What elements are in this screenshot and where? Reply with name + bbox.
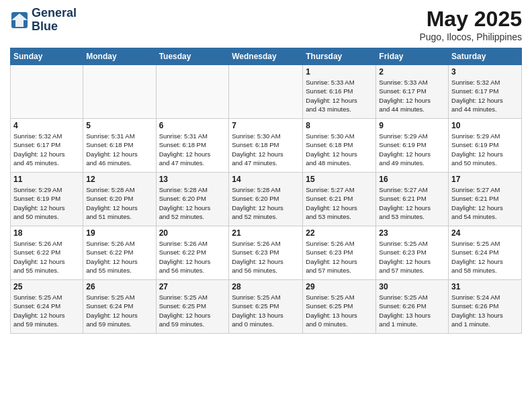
weekday-header: Wednesday: [229, 48, 303, 65]
header: General Blue May 2025 Pugo, Ilocos, Phil…: [10, 7, 522, 42]
day-number: 14: [232, 175, 300, 184]
calendar-week-row: 4Sunrise: 5:32 AMSunset: 6:17 PMDaylight…: [11, 119, 522, 173]
calendar-cell: 31Sunrise: 5:24 AMSunset: 6:26 PMDayligh…: [449, 280, 522, 334]
calendar-cell: 20Sunrise: 5:26 AMSunset: 6:22 PMDayligh…: [156, 226, 229, 280]
day-info: Sunrise: 5:25 AMSunset: 6:25 PMDaylight:…: [159, 293, 226, 328]
weekday-header: Thursday: [303, 48, 376, 65]
calendar-cell: 8Sunrise: 5:30 AMSunset: 6:18 PMDaylight…: [303, 119, 376, 173]
calendar-cell: 25Sunrise: 5:25 AMSunset: 6:24 PMDayligh…: [11, 280, 83, 334]
day-info: Sunrise: 5:25 AMSunset: 6:23 PMDaylight:…: [379, 239, 445, 275]
day-number: 13: [159, 175, 226, 184]
day-info: Sunrise: 5:33 AMSunset: 6:16 PMDaylight:…: [306, 78, 373, 113]
day-number: 21: [232, 228, 300, 238]
day-number: 29: [306, 282, 373, 291]
calendar-cell: 11Sunrise: 5:29 AMSunset: 6:19 PMDayligh…: [11, 173, 83, 226]
day-info: Sunrise: 5:28 AMSunset: 6:20 PMDaylight:…: [159, 185, 226, 221]
calendar-cell: 22Sunrise: 5:26 AMSunset: 6:23 PMDayligh…: [303, 226, 376, 280]
day-info: Sunrise: 5:26 AMSunset: 6:23 PMDaylight:…: [232, 239, 300, 275]
calendar-week-row: 25Sunrise: 5:25 AMSunset: 6:24 PMDayligh…: [11, 280, 522, 334]
calendar-cell: [156, 65, 229, 119]
day-info: Sunrise: 5:25 AMSunset: 6:24 PMDaylight:…: [451, 239, 519, 275]
calendar-header-row: SundayMondayTuesdayWednesdayThursdayFrid…: [11, 48, 522, 65]
day-info: Sunrise: 5:27 AMSunset: 6:21 PMDaylight:…: [306, 185, 373, 221]
calendar-cell: 21Sunrise: 5:26 AMSunset: 6:23 PMDayligh…: [229, 226, 303, 280]
day-info: Sunrise: 5:28 AMSunset: 6:20 PMDaylight:…: [86, 185, 152, 221]
day-number: 8: [306, 121, 373, 130]
location: Pugo, Ilocos, Philippines: [419, 32, 522, 42]
day-info: Sunrise: 5:26 AMSunset: 6:22 PMDaylight:…: [159, 239, 226, 275]
calendar-week-row: 18Sunrise: 5:26 AMSunset: 6:22 PMDayligh…: [11, 226, 522, 280]
calendar-cell: 27Sunrise: 5:25 AMSunset: 6:25 PMDayligh…: [156, 280, 229, 334]
weekday-header: Sunday: [11, 48, 83, 65]
day-info: Sunrise: 5:32 AMSunset: 6:17 PMDaylight:…: [13, 132, 80, 167]
day-number: 5: [86, 121, 152, 130]
weekday-header: Friday: [376, 48, 449, 65]
calendar-cell: 7Sunrise: 5:30 AMSunset: 6:18 PMDaylight…: [229, 119, 303, 173]
day-number: 30: [379, 282, 445, 291]
day-info: Sunrise: 5:27 AMSunset: 6:21 PMDaylight:…: [451, 185, 519, 221]
calendar: SundayMondayTuesdayWednesdayThursdayFrid…: [10, 48, 522, 334]
day-info: Sunrise: 5:24 AMSunset: 6:26 PMDaylight:…: [451, 293, 519, 328]
day-info: Sunrise: 5:25 AMSunset: 6:25 PMDaylight:…: [232, 293, 300, 328]
calendar-week-row: 11Sunrise: 5:29 AMSunset: 6:19 PMDayligh…: [11, 173, 522, 226]
weekday-header: Monday: [83, 48, 156, 65]
day-number: 3: [451, 67, 519, 77]
day-info: Sunrise: 5:29 AMSunset: 6:19 PMDaylight:…: [379, 132, 445, 167]
calendar-cell: 9Sunrise: 5:29 AMSunset: 6:19 PMDaylight…: [376, 119, 449, 173]
day-info: Sunrise: 5:25 AMSunset: 6:24 PMDaylight:…: [13, 293, 80, 328]
calendar-cell: 2Sunrise: 5:33 AMSunset: 6:17 PMDaylight…: [376, 65, 449, 119]
calendar-cell: 26Sunrise: 5:25 AMSunset: 6:24 PMDayligh…: [83, 280, 156, 334]
day-number: 6: [159, 121, 226, 130]
day-number: 1: [306, 67, 373, 77]
day-info: Sunrise: 5:31 AMSunset: 6:18 PMDaylight:…: [159, 132, 226, 167]
day-number: 4: [13, 121, 80, 130]
day-number: 23: [379, 228, 445, 238]
logo-line1: General: [32, 7, 77, 20]
day-info: Sunrise: 5:30 AMSunset: 6:18 PMDaylight:…: [306, 132, 373, 167]
calendar-cell: [229, 65, 303, 119]
calendar-cell: 29Sunrise: 5:25 AMSunset: 6:25 PMDayligh…: [303, 280, 376, 334]
calendar-cell: 10Sunrise: 5:29 AMSunset: 6:19 PMDayligh…: [449, 119, 522, 173]
calendar-cell: 17Sunrise: 5:27 AMSunset: 6:21 PMDayligh…: [449, 173, 522, 226]
calendar-cell: 24Sunrise: 5:25 AMSunset: 6:24 PMDayligh…: [449, 226, 522, 280]
day-number: 19: [86, 228, 152, 238]
day-info: Sunrise: 5:25 AMSunset: 6:26 PMDaylight:…: [379, 293, 445, 328]
day-number: 7: [232, 121, 300, 130]
month-title: May 2025: [419, 7, 522, 32]
day-info: Sunrise: 5:33 AMSunset: 6:17 PMDaylight:…: [379, 78, 445, 113]
calendar-cell: 19Sunrise: 5:26 AMSunset: 6:22 PMDayligh…: [83, 226, 156, 280]
day-info: Sunrise: 5:32 AMSunset: 6:17 PMDaylight:…: [451, 78, 519, 113]
day-number: 24: [451, 228, 519, 238]
calendar-cell: 18Sunrise: 5:26 AMSunset: 6:22 PMDayligh…: [11, 226, 83, 280]
day-number: 18: [13, 228, 80, 238]
day-info: Sunrise: 5:26 AMSunset: 6:22 PMDaylight:…: [86, 239, 152, 275]
calendar-cell: 12Sunrise: 5:28 AMSunset: 6:20 PMDayligh…: [83, 173, 156, 226]
day-number: 28: [232, 282, 300, 291]
day-number: 25: [13, 282, 80, 291]
day-info: Sunrise: 5:29 AMSunset: 6:19 PMDaylight:…: [13, 185, 80, 221]
day-number: 20: [159, 228, 226, 238]
logo-line2: Blue: [32, 20, 77, 34]
calendar-cell: 13Sunrise: 5:28 AMSunset: 6:20 PMDayligh…: [156, 173, 229, 226]
day-info: Sunrise: 5:29 AMSunset: 6:19 PMDaylight:…: [451, 132, 519, 167]
day-number: 12: [86, 175, 152, 184]
day-info: Sunrise: 5:26 AMSunset: 6:22 PMDaylight:…: [13, 239, 80, 275]
day-number: 2: [379, 67, 445, 77]
day-info: Sunrise: 5:28 AMSunset: 6:20 PMDaylight:…: [232, 185, 300, 221]
calendar-cell: 15Sunrise: 5:27 AMSunset: 6:21 PMDayligh…: [303, 173, 376, 226]
weekday-header: Saturday: [449, 48, 522, 65]
calendar-cell: 6Sunrise: 5:31 AMSunset: 6:18 PMDaylight…: [156, 119, 229, 173]
logo-icon: [10, 11, 29, 30]
day-number: 11: [13, 175, 80, 184]
day-info: Sunrise: 5:30 AMSunset: 6:18 PMDaylight:…: [232, 132, 300, 167]
calendar-cell: 23Sunrise: 5:25 AMSunset: 6:23 PMDayligh…: [376, 226, 449, 280]
title-block: May 2025 Pugo, Ilocos, Philippines: [419, 7, 522, 42]
day-number: 16: [379, 175, 445, 184]
day-info: Sunrise: 5:25 AMSunset: 6:24 PMDaylight:…: [86, 293, 152, 328]
day-number: 9: [379, 121, 445, 130]
day-number: 27: [159, 282, 226, 291]
weekday-header: Tuesday: [156, 48, 229, 65]
calendar-cell: 4Sunrise: 5:32 AMSunset: 6:17 PMDaylight…: [11, 119, 83, 173]
day-info: Sunrise: 5:26 AMSunset: 6:23 PMDaylight:…: [306, 239, 373, 275]
day-number: 22: [306, 228, 373, 238]
